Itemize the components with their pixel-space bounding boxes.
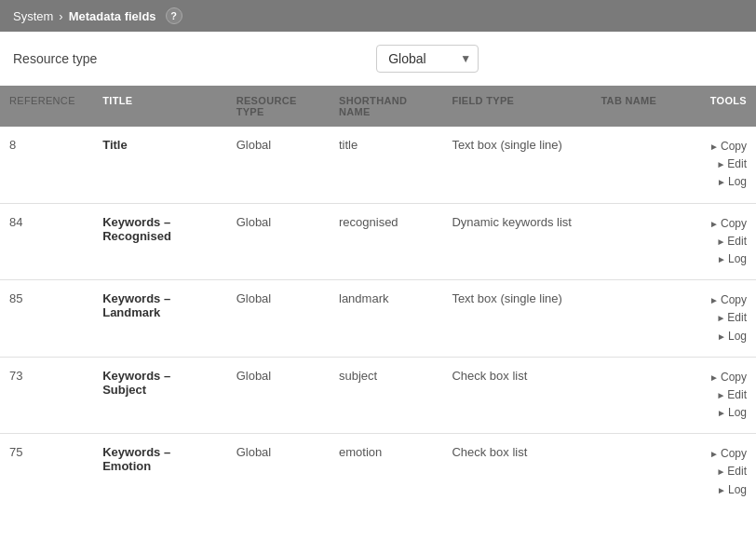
cell-tab-name-4 [591, 434, 673, 510]
cell-resource-type-2: Global [227, 280, 330, 358]
breadcrumb-current: Metadata fields [69, 9, 156, 23]
tool-arrow-icon: ► [717, 331, 726, 342]
tool-arrow-icon: ► [709, 372, 719, 383]
tool-copy-2[interactable]: ►Copy [683, 291, 747, 309]
tool-edit-1[interactable]: ►Edit [683, 233, 747, 250]
metadata-fields-table: REFERENCE TITLE RESOURCE TYPE SHORTHAND … [0, 86, 756, 510]
cell-resource-type-0: Global [227, 127, 330, 203]
help-icon[interactable]: ? [166, 7, 182, 24]
cell-field-type-2: Text box (single line) [442, 280, 591, 358]
col-header-reference: REFERENCE [0, 86, 93, 127]
tool-arrow-icon: ► [717, 177, 726, 187]
tool-arrow-icon: ► [716, 313, 725, 323]
tool-edit-2[interactable]: ►Edit [683, 309, 747, 327]
table-row: 73Keywords – SubjectGlobalsubjectCheck b… [0, 357, 756, 434]
col-header-shorthand-name: SHORTHAND NAME [330, 86, 442, 127]
cell-reference-2: 85 [0, 280, 93, 358]
tool-edit-4[interactable]: ►Edit [683, 463, 747, 480]
tool-arrow-icon: ► [709, 295, 719, 305]
breadcrumb-bar: System › Metadata fields ? [0, 0, 756, 32]
cell-title-2: Keywords – Landmark [93, 280, 226, 358]
cell-tools-4: ►Copy►Edit►Log [674, 434, 756, 510]
cell-field-type-3: Check box list [442, 357, 591, 434]
resource-type-select-wrapper[interactable]: GlobalAllImageVideoAudioDocument ▼ [376, 45, 479, 73]
tool-log-1[interactable]: ►Log [683, 250, 747, 268]
cell-shorthand-3: subject [330, 357, 442, 434]
cell-tools-0: ►Copy►Edit►Log [674, 127, 756, 203]
tool-arrow-icon: ► [716, 236, 725, 247]
cell-field-type-4: Check box list [442, 434, 591, 510]
tool-arrow-icon: ► [717, 408, 726, 418]
col-header-field-type: FIELD TYPE [442, 86, 591, 127]
tool-log-2[interactable]: ►Log [683, 328, 747, 345]
cell-reference-1: 84 [0, 203, 93, 280]
tool-log-4[interactable]: ►Log [683, 481, 747, 499]
table-row: 84Keywords – RecognisedGlobalrecognisedD… [0, 203, 756, 280]
cell-tab-name-3 [591, 357, 673, 434]
filter-row: Resource type GlobalAllImageVideoAudioDo… [0, 32, 756, 86]
resource-type-label: Resource type [13, 51, 97, 66]
cell-title-4: Keywords – Emotion [93, 434, 226, 510]
tool-log-0[interactable]: ►Log [683, 173, 747, 191]
tool-arrow-icon: ► [716, 466, 725, 477]
tool-arrow-icon: ► [709, 449, 719, 459]
cell-tools-3: ►Copy►Edit►Log [674, 357, 756, 434]
tool-arrow-icon: ► [709, 142, 719, 152]
col-header-resource-type: RESOURCE TYPE [227, 86, 330, 127]
cell-tools-1: ►Copy►Edit►Log [674, 203, 756, 280]
table-header: REFERENCE TITLE RESOURCE TYPE SHORTHAND … [0, 86, 756, 127]
tool-arrow-icon: ► [716, 390, 725, 400]
tool-arrow-icon: ► [716, 159, 725, 169]
cell-reference-0: 8 [0, 127, 93, 203]
col-header-tools: TOOLS [674, 86, 756, 127]
col-header-title: TITLE [93, 86, 226, 127]
cell-shorthand-2: landmark [330, 280, 442, 358]
cell-shorthand-4: emotion [330, 434, 442, 510]
tool-log-3[interactable]: ►Log [683, 404, 747, 422]
tool-copy-0[interactable]: ►Copy [683, 138, 747, 155]
col-header-tab-name: TAB NAME [591, 86, 673, 127]
resource-type-select[interactable]: GlobalAllImageVideoAudioDocument [376, 45, 479, 73]
tool-arrow-icon: ► [717, 254, 726, 264]
cell-tab-name-2 [591, 280, 673, 358]
cell-tab-name-1 [591, 203, 673, 280]
table-row: 85Keywords – LandmarkGloballandmarkText … [0, 280, 756, 358]
cell-reference-3: 73 [0, 357, 93, 434]
cell-resource-type-3: Global [227, 357, 330, 434]
cell-field-type-0: Text box (single line) [442, 127, 591, 203]
cell-title-0: Title [93, 127, 226, 203]
cell-resource-type-1: Global [227, 203, 330, 280]
cell-title-3: Keywords – Subject [93, 357, 226, 434]
table-row: 8TitleGlobaltitleText box (single line)►… [0, 127, 756, 203]
tool-edit-0[interactable]: ►Edit [683, 155, 747, 173]
tool-copy-1[interactable]: ►Copy [683, 215, 747, 233]
cell-field-type-1: Dynamic keywords list [442, 203, 591, 280]
cell-tab-name-0 [591, 127, 673, 203]
tool-arrow-icon: ► [717, 485, 726, 495]
cell-reference-4: 75 [0, 434, 93, 510]
breadcrumb-separator: › [59, 9, 62, 23]
table-row: 75Keywords – EmotionGlobalemotionCheck b… [0, 434, 756, 510]
cell-title-1: Keywords – Recognised [93, 203, 226, 280]
tool-arrow-icon: ► [709, 219, 719, 229]
cell-resource-type-4: Global [227, 434, 330, 510]
cell-shorthand-0: title [330, 127, 442, 203]
tool-copy-4[interactable]: ►Copy [683, 445, 747, 463]
tool-copy-3[interactable]: ►Copy [683, 369, 747, 386]
breadcrumb-system[interactable]: System [13, 9, 53, 23]
table-body: 8TitleGlobaltitleText box (single line)►… [0, 127, 756, 510]
cell-tools-2: ►Copy►Edit►Log [674, 280, 756, 358]
cell-shorthand-1: recognised [330, 203, 442, 280]
tool-edit-3[interactable]: ►Edit [683, 386, 747, 404]
